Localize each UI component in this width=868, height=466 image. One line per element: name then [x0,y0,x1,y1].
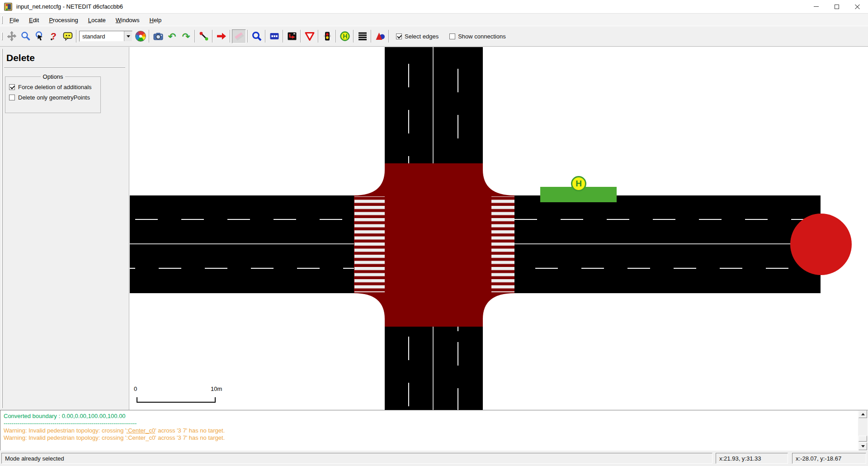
traffic-light-mode-button[interactable] [320,29,334,43]
select-mode-button[interactable] [267,29,281,43]
bus-stop-sign[interactable]: H [571,176,586,191]
close-icon [855,4,860,10]
zoom-selection-icon [34,31,45,42]
menu-file[interactable]: File [5,15,24,25]
maximize-button[interactable] [826,0,847,14]
scale-tick [137,397,137,402]
menu-help[interactable]: Help [144,15,166,25]
message-window-icon [62,31,73,42]
crossing-mode-button[interactable] [355,29,369,43]
view-scheme-dropdown[interactable]: standard [79,31,132,42]
checkbox-icon [9,95,15,100]
status-message: Mode already selected [1,453,712,464]
scroll-up-button[interactable] [859,410,867,418]
delete-mode-eraser-icon [234,31,245,42]
bus-stop-letter: H [576,179,582,189]
view-scheme-value: standard [80,33,124,40]
checkbox-icon [9,84,15,90]
delete-geometry-points-checkbox[interactable]: Delete only geometryPoints [9,94,100,101]
connect-mode-button[interactable] [285,29,299,43]
menu-edit[interactable]: Edit [24,15,44,25]
create-edge-mode-button[interactable] [197,29,211,43]
pedestrian-crossing-east [491,196,514,292]
toolbar-separator [76,30,77,43]
toolbar-separator [283,30,283,43]
prohibition-mode-button[interactable] [302,29,316,43]
crossing-id-link[interactable]: :Center_c0 [127,427,156,434]
toolbar-separator [265,30,266,43]
menu-windows[interactable]: Windows [111,15,145,25]
bus-stop-mode-icon: H [340,31,350,42]
maximize-icon [835,5,839,9]
minimize-icon [814,6,819,7]
window-title: input_net.netccfg - NETEDIT d6cfaccbb6 [16,3,123,10]
scale-start-label: 0 [134,385,137,392]
toolbar-separator [371,30,372,43]
junction-bubble[interactable] [790,214,852,275]
undo-button[interactable]: ↶ [165,29,179,43]
toolbar-separator [353,30,354,43]
scrollbar-thumb[interactable] [859,436,867,442]
net-coordinates: x:-28.07, y:-18.67 [792,453,866,464]
toolbar-separator [149,30,150,43]
log-line: Warning: Invalid pedestrian topology: cr… [4,434,868,442]
scale-tick [215,397,216,402]
netedit-window: input_net.netccfg - NETEDIT d6cfaccbb6 F… [0,0,868,466]
redo-button[interactable]: ↷ [179,29,193,43]
toolbar-grip[interactable] [1,32,3,40]
inspect-mode-button[interactable] [250,29,264,43]
toolbar-separator [230,30,231,43]
help-question-icon: ? [48,31,59,42]
color-scheme-button[interactable] [133,29,147,43]
divider [4,67,125,68]
color-scheme-wheel-icon [135,31,146,42]
force-deletion-checkbox[interactable]: Force deletion of additionals [9,84,100,90]
snapshot-camera-icon [153,31,164,42]
additional-mode-button[interactable]: H [338,29,352,43]
toolbar-separator [194,30,195,43]
traffic-light-icon [322,31,333,42]
network-canvas[interactable]: H 0 10m [129,47,868,410]
scale-end-label: 10m [211,385,222,392]
toolbar-separator [212,30,213,43]
minimize-button[interactable] [806,0,826,14]
prohibition-yield-icon [304,31,315,42]
toolbar-separator [300,30,301,43]
zoom-selection-button[interactable] [33,29,47,43]
scale-bar [137,402,216,403]
delete-mode-button[interactable] [232,29,246,43]
message-log[interactable]: Converted boundary : 0.00,0.00,100.00,10… [0,410,868,451]
log-scrollbar[interactable] [858,410,868,450]
dropdown-arrow-button[interactable] [124,31,132,41]
panel-splitter[interactable] [1,49,3,408]
message-window-button[interactable] [61,29,75,43]
toolbar: ? standard ↶ ↷ [0,26,868,47]
geo-coordinates: x:21.93, y:31.33 [716,453,788,464]
show-connections-checkbox[interactable]: Show connections [449,33,506,40]
junction-center[interactable] [129,47,868,410]
checkbox-icon [449,33,455,39]
scroll-down-button[interactable] [859,442,867,450]
zoom-window-button[interactable] [19,29,33,43]
inspect-mode-icon [251,31,262,42]
select-edges-checkbox[interactable]: Select edges [396,33,439,40]
status-bar: Mode already selected x:21.93, y:31.33 x… [0,451,868,466]
checkbox-icon [396,33,402,39]
close-button[interactable] [847,0,868,14]
toolbar-separator [247,30,248,43]
help-question-button[interactable]: ? [47,29,61,43]
menu-processing[interactable]: Processing [44,15,83,25]
redo-icon: ↷ [182,32,190,41]
crossing-stripes-icon [357,31,368,42]
menubar-grip[interactable] [1,16,3,24]
snapshot-button[interactable] [151,29,165,43]
svg-text:H: H [343,33,347,40]
poi-poly-icon [375,31,386,42]
log-line: ----------------------------------------… [4,420,868,427]
connect-mode-icon [287,31,297,42]
poi-poly-mode-button[interactable] [373,29,387,43]
menu-locate[interactable]: Locate [83,15,111,25]
recenter-view-button[interactable] [5,29,19,43]
move-mode-button[interactable] [214,29,228,43]
menu-bar: File Edit Processing Locate Windows Help [0,14,868,26]
